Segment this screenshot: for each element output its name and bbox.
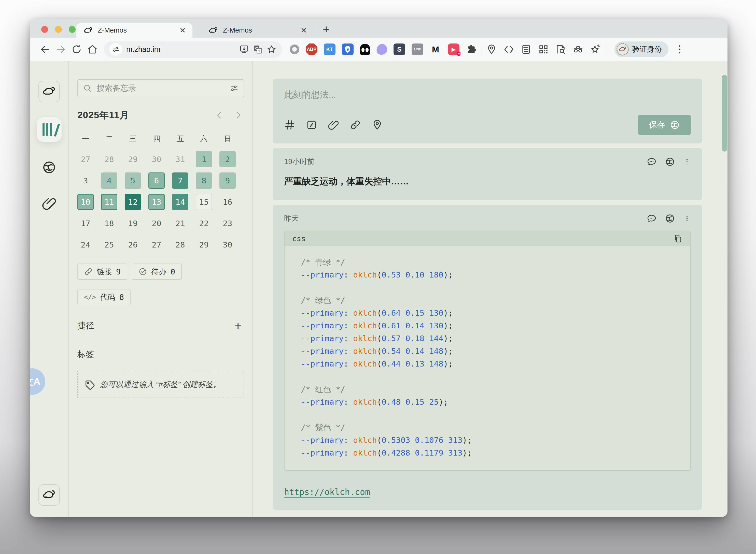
tab-z-memos-2[interactable]: Z-Memos ✕ xyxy=(202,23,314,38)
memo-composer-card[interactable]: 此刻的想法... 保存 xyxy=(273,78,702,144)
search-page-icon[interactable] xyxy=(555,44,566,55)
bookmark-star-icon[interactable] xyxy=(267,45,276,54)
dark-ghost-icon[interactable] xyxy=(360,44,370,55)
calendar-day[interactable]: 25 xyxy=(101,236,117,253)
calendar-day[interactable]: 28 xyxy=(172,236,188,253)
favorites-sparkle-icon[interactable] xyxy=(590,44,601,55)
insert-link-icon[interactable] xyxy=(350,119,361,130)
code-stat-chip[interactable]: </> 代码8 xyxy=(78,289,131,305)
search-filter-icon[interactable] xyxy=(230,84,239,93)
calendar-day[interactable]: 12 xyxy=(125,194,141,210)
calendar-day[interactable]: 26 xyxy=(125,236,141,253)
markdown-tool-icon[interactable]: M xyxy=(430,44,441,55)
calendar-day[interactable]: 29 xyxy=(196,236,212,253)
browser-menu-button[interactable] xyxy=(674,44,685,55)
calendar-day[interactable]: 11 xyxy=(101,194,117,210)
memo-link[interactable]: https://oklch.com xyxy=(284,487,370,497)
address-bar[interactable]: m.zhao.im G文 xyxy=(104,41,282,58)
visibility-globe-icon[interactable] xyxy=(665,157,675,167)
location-pin-icon[interactable] xyxy=(486,44,497,55)
s-extension-icon[interactable]: S xyxy=(394,44,405,55)
links-stat-chip[interactable]: 链接9 xyxy=(78,264,127,280)
memo-menu-icon[interactable] xyxy=(683,213,691,224)
memo-menu-icon[interactable] xyxy=(683,157,691,167)
comment-icon[interactable] xyxy=(647,213,657,224)
reload-button[interactable] xyxy=(69,44,85,55)
calendar-day[interactable]: 29 xyxy=(125,151,141,167)
tab-close-icon[interactable]: ✕ xyxy=(180,26,186,35)
app-logo-mouse-button[interactable] xyxy=(39,81,60,102)
nav-memos-library-button[interactable] xyxy=(37,117,62,142)
calendar-day[interactable]: 21 xyxy=(172,215,188,231)
maximize-window-button[interactable] xyxy=(69,26,75,33)
ring-extension-icon[interactable] xyxy=(290,45,299,54)
kt-extension-icon[interactable]: KT xyxy=(324,44,336,55)
location-icon[interactable] xyxy=(372,119,383,130)
adblock-plus-icon[interactable]: ABP xyxy=(306,44,317,55)
calendar-day[interactable]: 5 xyxy=(125,172,141,189)
calendar-day[interactable]: 30 xyxy=(148,151,165,167)
forward-button[interactable] xyxy=(53,44,69,55)
incognito-icon[interactable] xyxy=(573,44,584,55)
hashtag-icon[interactable] xyxy=(284,119,295,130)
calendar-day[interactable]: 16 xyxy=(219,194,236,210)
calendar-day[interactable]: 28 xyxy=(101,151,117,167)
purple-ghost-icon[interactable] xyxy=(376,43,388,55)
add-shortcut-button[interactable]: + xyxy=(235,322,242,330)
site-settings-icon[interactable] xyxy=(109,43,122,56)
new-tab-button[interactable]: + xyxy=(323,22,330,36)
privacy-shield-icon[interactable] xyxy=(342,44,354,55)
search-input[interactable]: 搜索备忘录 xyxy=(78,79,244,97)
calendar-day[interactable]: 8 xyxy=(196,172,212,189)
calendar-day[interactable]: 19 xyxy=(125,215,141,231)
calendar-day[interactable]: 1 xyxy=(196,151,212,167)
calendar-day[interactable]: 17 xyxy=(78,215,94,231)
visibility-globe-icon[interactable] xyxy=(665,213,675,224)
calendar-day[interactable]: 20 xyxy=(148,215,165,231)
close-window-button[interactable] xyxy=(41,26,48,33)
calendar-day[interactable]: 23 xyxy=(219,215,236,231)
calendar-day[interactable]: 7 xyxy=(172,172,188,189)
calendar-next-button[interactable] xyxy=(234,111,243,119)
calendar-day[interactable]: 10 xyxy=(78,194,94,210)
home-button[interactable] xyxy=(85,44,100,55)
calendar-day[interactable]: 2 xyxy=(219,151,236,167)
tab-z-memos-1[interactable]: Z-Memos ✕ xyxy=(77,23,192,38)
reading-list-icon[interactable] xyxy=(521,44,532,55)
back-button[interactable] xyxy=(37,44,53,55)
calendar-day[interactable]: 30 xyxy=(219,236,236,253)
todo-stat-chip[interactable]: 待办0 xyxy=(132,264,182,280)
calendar-day[interactable]: 24 xyxy=(78,236,94,253)
calendar-day[interactable]: 22 xyxy=(196,215,212,231)
calendar-day[interactable]: 18 xyxy=(101,215,117,231)
qr-code-icon[interactable] xyxy=(538,44,549,55)
profile-button[interactable]: 验证身份 xyxy=(614,42,668,57)
extensions-puzzle-icon[interactable] xyxy=(466,44,477,55)
minimize-window-button[interactable] xyxy=(55,26,62,33)
tab-close-icon[interactable]: ✕ xyxy=(301,26,307,35)
calendar-day[interactable]: 6 xyxy=(148,172,165,189)
calendar-day[interactable]: 31 xyxy=(172,151,188,167)
calendar-prev-button[interactable] xyxy=(215,111,224,119)
attach-file-icon[interactable] xyxy=(328,119,339,130)
calendar-day[interactable]: 3 xyxy=(78,172,94,189)
save-button[interactable]: 保存 xyxy=(638,115,691,135)
bottom-mouse-button[interactable] xyxy=(39,484,60,506)
code-brackets-icon[interactable] xyxy=(503,44,514,55)
nav-explore-globe-button[interactable] xyxy=(39,157,60,178)
calendar-day[interactable]: 14 xyxy=(172,194,188,210)
calendar-day[interactable]: 4 xyxy=(101,172,117,189)
scrollbar-thumb[interactable] xyxy=(722,75,727,152)
calendar-day[interactable]: 13 xyxy=(148,194,165,210)
calendar-day[interactable]: 27 xyxy=(148,236,165,253)
calendar-day[interactable]: 15 xyxy=(196,194,212,210)
todo-checkbox-icon[interactable] xyxy=(306,119,317,130)
comment-icon[interactable] xyxy=(647,157,657,167)
copy-code-button[interactable] xyxy=(673,234,683,243)
line-messenger-icon[interactable]: LINE xyxy=(412,44,423,55)
calendar-day[interactable]: 27 xyxy=(78,151,94,167)
calendar-day[interactable]: 9 xyxy=(219,172,236,189)
translate-page-icon[interactable]: G文 xyxy=(253,45,263,54)
nav-attachments-button[interactable] xyxy=(39,193,60,214)
video-downloader-icon[interactable]: ▶ xyxy=(448,44,459,55)
